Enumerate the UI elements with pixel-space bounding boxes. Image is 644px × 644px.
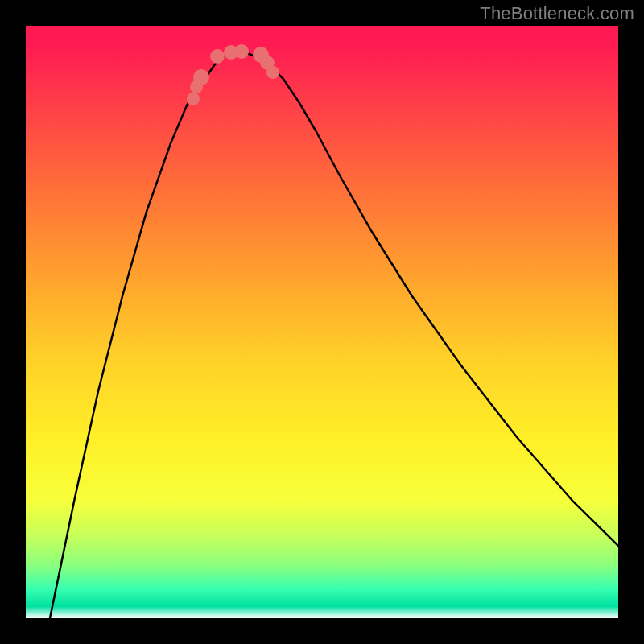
- marker-point: [234, 44, 249, 59]
- marker-point: [210, 49, 225, 64]
- chart-frame: TheBottleneck.com: [0, 0, 644, 644]
- curve-layer: [26, 26, 618, 618]
- curve-left: [50, 49, 235, 618]
- watermark-text: TheBottleneck.com: [480, 3, 634, 24]
- marker-group: [187, 44, 279, 105]
- marker-point: [193, 69, 209, 85]
- curve-right: [235, 49, 618, 546]
- plot-area: [26, 26, 618, 618]
- marker-point: [187, 93, 200, 105]
- marker-point: [266, 66, 279, 79]
